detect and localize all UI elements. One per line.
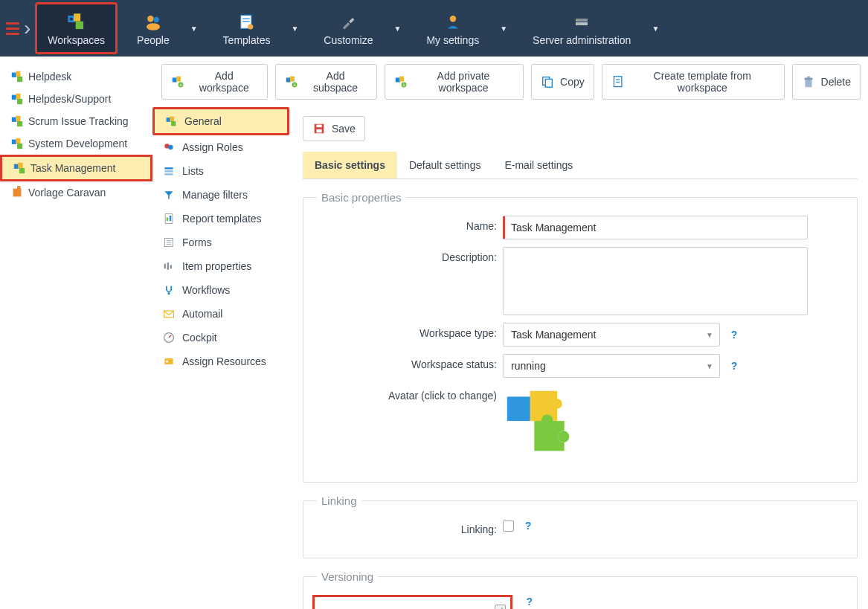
svg-rect-46 <box>545 79 552 87</box>
nav-workspaces[interactable]: Workspaces <box>35 2 118 54</box>
description-textarea[interactable] <box>503 247 808 315</box>
name-input[interactable] <box>503 216 808 239</box>
subnav-lists[interactable]: Lists <box>152 159 289 183</box>
nav-people[interactable]: People <box>126 2 180 54</box>
label-name: Name: <box>317 216 503 232</box>
sidebar-item-label: Task Management <box>30 162 115 174</box>
tab-default-settings[interactable]: Default settings <box>397 152 493 178</box>
help-icon[interactable]: ? <box>727 328 741 341</box>
save-button[interactable]: Save <box>303 116 365 141</box>
svg-point-84 <box>552 399 562 408</box>
main: Helpdesk Helpdesk/Support Scrum Issue Tr… <box>0 57 868 609</box>
nav-customize-caret-icon[interactable]: ▼ <box>388 25 407 33</box>
subnav-label: Item properties <box>182 260 251 272</box>
copy-icon <box>541 75 554 88</box>
subnav-forms[interactable]: Forms <box>152 231 289 254</box>
svg-point-5 <box>154 16 159 22</box>
delete-button[interactable]: Delete <box>792 64 861 100</box>
subnav-assign-resources[interactable]: Assign Resources <box>152 349 289 373</box>
svg-rect-2 <box>75 21 83 28</box>
svg-rect-53 <box>167 117 171 122</box>
people-icon <box>143 13 164 32</box>
avatar-image[interactable] <box>503 385 577 460</box>
nav-people-label: People <box>137 34 170 46</box>
svg-point-11 <box>450 16 456 22</box>
help-icon[interactable]: ? <box>727 359 741 373</box>
svg-rect-34 <box>176 77 181 82</box>
server-icon <box>571 13 592 32</box>
subnav-label: Assign Resources <box>182 355 266 367</box>
create-template-button[interactable]: Create template from workspace <box>602 64 785 100</box>
sidebar-item-task-management[interactable]: Task Management <box>0 155 152 181</box>
sidebar-item-label: Helpdesk <box>28 71 71 83</box>
button-label: Copy <box>560 76 585 88</box>
sidebar-item-helpdesk-support[interactable]: Helpdesk/Support <box>0 88 152 110</box>
label-avatar: Avatar (click to change) <box>317 385 503 402</box>
svg-rect-16 <box>12 73 16 77</box>
subnav-label: Lists <box>182 165 204 177</box>
nav-server-admin[interactable]: Server administration <box>522 2 641 54</box>
svg-rect-69 <box>164 264 166 268</box>
svg-rect-26 <box>16 138 20 144</box>
nav-my-settings[interactable]: My settings <box>416 2 489 54</box>
tab-email-settings[interactable]: E-mail settings <box>492 152 585 178</box>
linking-checkbox[interactable] <box>503 521 514 532</box>
subnav-workflows[interactable]: Workflows <box>152 278 289 302</box>
svg-point-72 <box>167 292 170 294</box>
template-icon <box>611 75 624 88</box>
svg-point-77 <box>166 360 168 362</box>
templates-icon <box>237 13 257 32</box>
subnav-cockpit[interactable]: Cockpit <box>152 326 289 349</box>
svg-rect-50 <box>805 79 811 87</box>
nav-customize[interactable]: Customize <box>313 2 383 54</box>
nav-templates-caret-icon[interactable]: ▼ <box>285 25 304 33</box>
subnav-label: Report templates <box>182 213 262 225</box>
svg-rect-20 <box>16 94 20 99</box>
svg-rect-37 <box>286 78 291 83</box>
svg-rect-51 <box>804 78 812 80</box>
copy-button[interactable]: Copy <box>531 64 594 100</box>
nav-people-caret-icon[interactable]: ▼ <box>184 25 204 33</box>
svg-rect-17 <box>16 71 20 77</box>
sidebar-item-system-dev[interactable]: System Development <box>0 132 152 155</box>
nav-customize-label: Customize <box>324 34 373 46</box>
svg-point-14 <box>577 19 579 21</box>
sidebar-item-helpdesk[interactable]: Helpdesk <box>0 65 152 88</box>
svg-point-86 <box>541 414 553 425</box>
subnav-assign-roles[interactable]: Assign Roles <box>152 135 289 159</box>
help-icon[interactable]: ? <box>523 595 536 608</box>
report-icon <box>163 213 175 225</box>
svg-rect-24 <box>17 121 22 126</box>
subnav-manage-filters[interactable]: Manage filters <box>152 183 289 207</box>
workspace-type-select[interactable]: Task Management ▼ <box>503 323 720 347</box>
subnav-general[interactable]: General <box>152 107 289 135</box>
sidebar-item-scrum[interactable]: Scrum Issue Tracking <box>0 110 152 132</box>
sidebar-item-vorlage[interactable]: Vorlage Caravan <box>0 181 152 204</box>
svg-point-88 <box>558 431 569 442</box>
puzzle-icon <box>10 115 24 128</box>
hamburger-icon[interactable] <box>6 22 19 35</box>
puzzle-icon <box>10 137 24 150</box>
add-workspace-button[interactable]: + Add workspace <box>161 64 268 100</box>
workspace-toolbar: + Add workspace + Add subspace + Add pri… <box>152 57 868 107</box>
nav-my-settings-caret-icon[interactable]: ▼ <box>494 25 513 33</box>
svg-rect-62 <box>165 214 173 224</box>
workflow-icon <box>163 284 175 296</box>
label-workspace-type: Workspace type: <box>317 323 503 339</box>
svg-point-15 <box>577 23 579 25</box>
add-private-workspace-button[interactable]: + Add private workspace <box>385 64 524 100</box>
content-column: + Add workspace + Add subspace + Add pri… <box>152 57 868 609</box>
subnav-item-properties[interactable]: Item properties <box>152 254 289 278</box>
add-subspace-button[interactable]: + Add subspace <box>275 64 376 100</box>
sidebar-item-label: Helpdesk/Support <box>28 93 111 105</box>
subnav-automail[interactable]: Automail <box>152 302 289 326</box>
help-icon[interactable]: ? <box>521 519 535 532</box>
nav-server-admin-caret-icon[interactable]: ▼ <box>646 25 665 33</box>
form-area: Save Basic settings Default settings E-m… <box>294 107 868 609</box>
workspace-status-select[interactable]: running ▼ <box>503 354 720 378</box>
subnav-report-templates[interactable]: Report templates <box>152 207 289 231</box>
puzzle-icon <box>13 161 26 175</box>
nav-templates[interactable]: Templates <box>213 2 281 54</box>
tab-basic-settings[interactable]: Basic settings <box>303 152 397 178</box>
breadcrumb-chevron-icon: › <box>24 16 30 40</box>
